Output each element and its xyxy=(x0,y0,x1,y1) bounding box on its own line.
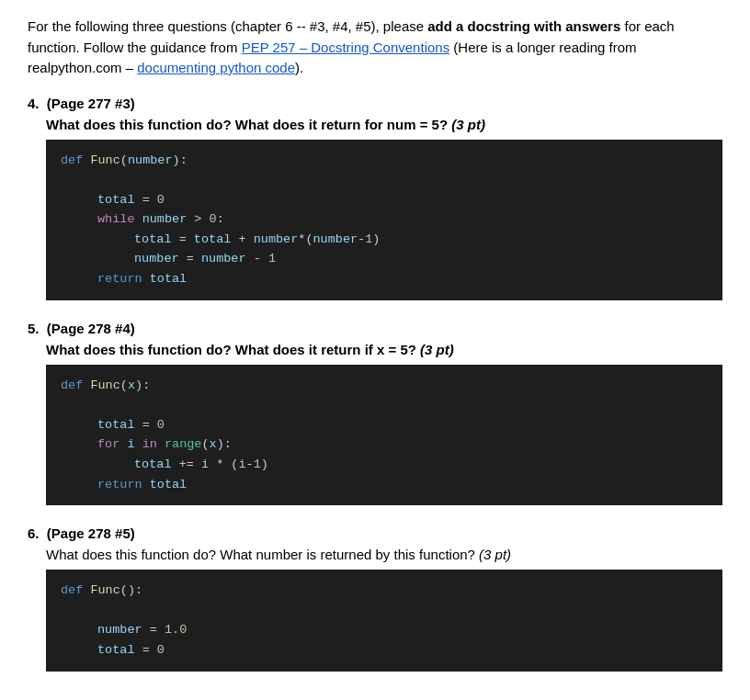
question-6-points: (3 pt) xyxy=(479,547,511,562)
lit-1-2: 1 xyxy=(268,252,276,265)
intro-text-4: ). xyxy=(295,60,303,75)
var-total-5: total xyxy=(97,418,135,432)
code-block-q6: def Func(): number = 1.0 total = 0 xyxy=(46,570,722,671)
var-i-3: i xyxy=(238,457,245,471)
question-6: 6. (Page 278 #5) What does this function… xyxy=(28,525,722,671)
question-6-number: 6. (Page 278 #5) xyxy=(28,525,722,541)
var-number-3: number xyxy=(313,232,358,246)
question-4: 4. (Page 277 #3) What does this function… xyxy=(28,96,722,300)
param-number: number xyxy=(128,153,173,167)
question-5-title: What does this function do? What does it… xyxy=(46,342,722,357)
var-total-8: total xyxy=(97,643,135,657)
var-total-3: total xyxy=(194,232,232,246)
var-i-1: i xyxy=(127,437,134,451)
func-name-1: Func xyxy=(90,153,119,167)
lit-0-3: 0 xyxy=(157,418,165,432)
code-block-q4: def Func(number): total = 0 while number… xyxy=(46,140,722,300)
var-total-2: total xyxy=(134,232,172,246)
question-6-subtitle: What does this function do? What number … xyxy=(46,547,722,562)
num-var: num xyxy=(387,117,416,132)
builtin-range: range xyxy=(165,437,202,451)
lit-1-3: 1 xyxy=(254,457,261,471)
var-total-1: total xyxy=(97,193,135,207)
func-name-3: Func xyxy=(90,583,119,597)
kw-while: while xyxy=(97,212,135,226)
var-total-6: total xyxy=(134,457,172,471)
intro-bold: add a docstring with answers xyxy=(427,18,620,34)
question-4-number: 4. (Page 277 #3) xyxy=(28,96,722,111)
lit-0-2: 0 xyxy=(210,212,217,226)
var-number-6: number xyxy=(97,623,142,637)
var-i-2: i xyxy=(201,457,209,471)
lit-0-4: 0 xyxy=(157,643,165,657)
kw-in: in xyxy=(142,437,157,451)
question-5-points: (3 pt) xyxy=(420,342,454,357)
kw-def-2: def xyxy=(61,378,83,392)
question-5: 5. (Page 278 #4) What does this function… xyxy=(28,321,722,506)
var-total-7: total xyxy=(150,478,188,491)
var-number-1: number xyxy=(142,212,188,226)
func-name-2: Func xyxy=(90,378,119,392)
intro-text-1: For the following three questions (chapt… xyxy=(28,18,427,34)
var-x-1: x xyxy=(210,437,217,451)
var-number-5: number xyxy=(201,252,246,265)
kw-for: for xyxy=(97,437,119,451)
intro-paragraph: For the following three questions (chapt… xyxy=(28,17,722,79)
var-total-4: total xyxy=(150,272,188,286)
kw-return-1: return xyxy=(97,272,142,286)
code-block-q5: def Func(x): total = 0 for i in range(x)… xyxy=(46,365,722,506)
var-number-4: number xyxy=(134,252,179,265)
pep257-link[interactable]: PEP 257 – Docstring Conventions xyxy=(242,40,450,55)
lit-1-0: 1.0 xyxy=(165,623,187,637)
realpython-link[interactable]: documenting python code xyxy=(137,60,295,75)
kw-def-1: def xyxy=(61,153,83,167)
question-4-title: What does this function do? What does it… xyxy=(46,117,722,132)
lit-0-1: 0 xyxy=(157,193,165,207)
question-4-points: (3 pt) xyxy=(451,117,485,132)
var-number-2: number xyxy=(254,232,299,246)
kw-def-3: def xyxy=(61,583,83,597)
kw-return-2: return xyxy=(97,478,142,491)
param-x: x xyxy=(128,378,135,392)
question-5-number: 5. (Page 278 #4) xyxy=(28,321,722,336)
